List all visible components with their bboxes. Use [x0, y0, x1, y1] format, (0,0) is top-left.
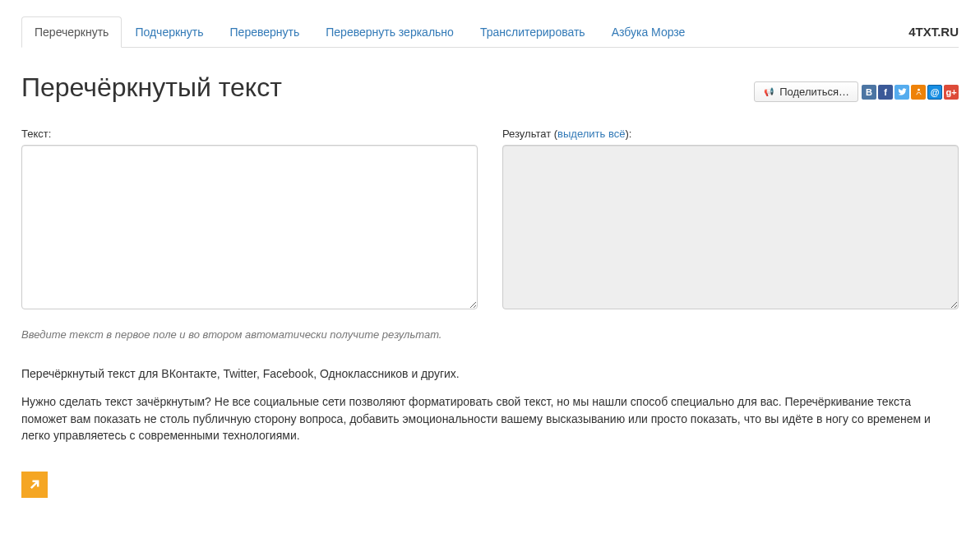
share-facebook-icon[interactable]: f: [878, 85, 893, 100]
share-button[interactable]: 📢 Поделиться…: [754, 81, 858, 102]
result-textarea[interactable]: [502, 145, 959, 309]
share-gplus-icon[interactable]: g+: [944, 85, 959, 100]
tab-underline[interactable]: Подчеркнуть: [122, 16, 216, 48]
site-brand: 4TXT.RU: [908, 25, 959, 39]
tab-translit[interactable]: Транслитерировать: [467, 16, 599, 48]
tab-morse[interactable]: Азбука Морзе: [599, 16, 699, 48]
tab-bar: Перечеркнуть Подчеркнуть Перевернуть Пер…: [21, 16, 959, 48]
share-block: 📢 Поделиться… B f @ g+: [754, 81, 959, 102]
share-vk-icon[interactable]: B: [862, 85, 876, 100]
result-label-prefix: Результат (: [502, 128, 557, 140]
result-label: Результат (выделить всё):: [502, 128, 959, 140]
tab-flip[interactable]: Перевернуть: [217, 16, 313, 48]
description-p2: Нужно сделать текст зачёркнутым? Не все …: [21, 393, 959, 444]
tab-strike[interactable]: Перечеркнуть: [21, 16, 122, 48]
share-button-label: Поделиться…: [779, 86, 849, 98]
result-label-suffix: ):: [625, 128, 631, 140]
tab-mirror[interactable]: Перевернуть зеркально: [312, 16, 467, 48]
input-label: Текст:: [21, 128, 478, 140]
hint-text: Введите текст в первое поле и во втором …: [21, 328, 959, 341]
page-title: Перечёркнутый текст: [21, 72, 282, 103]
description-p1: Перечёркнутый текст для ВКонтакте, Twitt…: [21, 365, 959, 382]
share-moimir-icon[interactable]: @: [927, 85, 942, 100]
share-ok-icon[interactable]: [911, 85, 926, 100]
share-twitter-icon[interactable]: [894, 85, 909, 100]
select-all-link[interactable]: выделить всё: [557, 128, 625, 140]
liveinternet-counter-icon[interactable]: [21, 472, 48, 498]
megaphone-icon: 📢: [763, 86, 774, 98]
description: Перечёркнутый текст для ВКонтакте, Twitt…: [21, 365, 959, 444]
input-textarea[interactable]: [21, 145, 478, 309]
svg-point-0: [918, 89, 920, 91]
